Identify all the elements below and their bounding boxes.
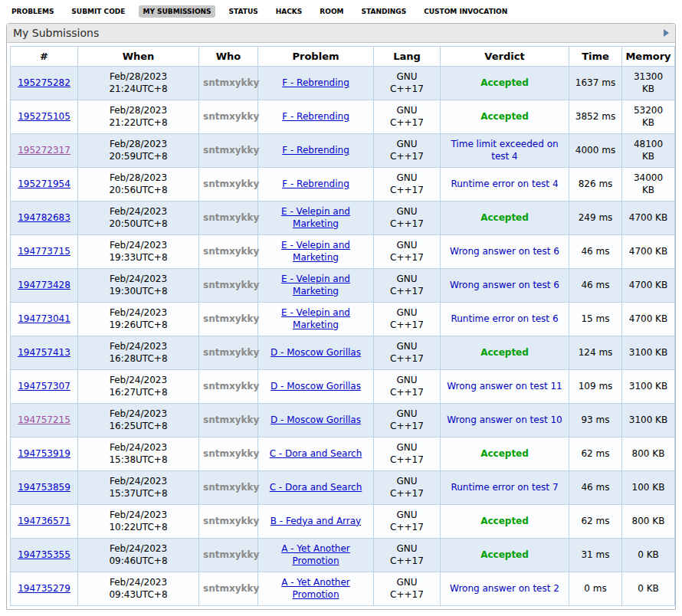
when-cell: Feb/24/2023 09:43UTC+8 [78,572,199,606]
lang-label: GNU C++17 [389,408,425,432]
table-body: 195275282 Feb/28/2023 21:24UTC+8 sntmxyk… [11,67,675,606]
submission-id-cell: 194757215 [11,404,78,437]
submission-id-cell: 195272317 [11,134,78,168]
verdict-label: Accepted [480,549,529,560]
verdict-cell: Accepted [441,202,569,235]
table-row: 194757307 Feb/24/2023 16:27UTC+8 sntmxyk… [11,370,675,404]
submission-id-link[interactable]: 195272317 [18,145,70,156]
problem-link[interactable]: D - Moscow Gorillas [271,414,361,425]
submission-id-link[interactable]: 194782683 [18,212,70,223]
nav-item-submit-code[interactable]: SUBMIT CODE [67,5,129,18]
submission-id-link[interactable]: 194773428 [18,280,70,290]
verdict-label: Wrong answer on test 11 [447,381,562,392]
submission-id-cell: 195275282 [11,67,78,100]
problem-link[interactable]: E - Velepin and Marketing [281,274,350,297]
nav-item-hacks[interactable]: HACKS [272,5,307,18]
verdict-cell: Wrong answer on test 6 [441,269,569,303]
problem-link[interactable]: F - Rebrending [282,145,349,156]
when-cell: Feb/24/2023 10:22UTC+8 [78,505,199,539]
problem-link[interactable]: D - Moscow Gorillas [271,381,361,392]
verdict-label: Accepted [480,212,529,223]
submission-id-link[interactable]: 194757215 [18,414,70,425]
verdict-label: Wrong answer on test 10 [447,414,562,425]
who-cell: sntmxykky [199,100,258,134]
submission-id-cell: 194753859 [11,471,78,505]
lang-label: GNU C++17 [389,139,425,162]
problem-cell: C - Dora and Search [258,471,374,505]
problem-link[interactable]: A - Yet Another Promotion [281,577,350,600]
memory-cell: 0 KB [622,572,675,606]
table-row: 194735355 Feb/24/2023 09:46UTC+8 sntmxyk… [11,539,675,572]
time-cell: 46 ms [569,235,622,269]
submission-id-link[interactable]: 195275282 [18,77,70,88]
submission-id-link[interactable]: 194735279 [18,583,70,594]
time-cell: 124 ms [569,336,622,370]
when-date: Feb/24/2023 [82,442,195,454]
memory-cell: 48100 KB [622,134,675,168]
nav-item-standings[interactable]: STANDINGS [358,5,411,18]
problem-link[interactable]: D - Moscow Gorillas [271,347,361,358]
submission-id-cell: 194782683 [11,202,78,235]
verdict-cell: Wrong answer on test 11 [441,370,569,404]
when-date: Feb/28/2023 [82,105,195,117]
problem-link[interactable]: E - Velepin and Marketing [281,240,350,263]
verdict-label: Accepted [480,448,529,459]
memory-cell: 34000 KB [622,168,675,202]
when-cell: Feb/24/2023 15:37UTC+8 [78,471,199,505]
problem-link[interactable]: E - Velepin and Marketing [281,307,350,330]
submission-id-link[interactable]: 195271954 [18,179,70,189]
when-cell: Feb/24/2023 09:46UTC+8 [78,539,199,572]
when-date: Feb/28/2023 [82,172,195,185]
expand-arrow-icon[interactable] [664,29,669,37]
when-date: Feb/24/2023 [82,206,195,218]
submission-id-cell: 195275105 [11,100,78,134]
table-row: 194753919 Feb/24/2023 15:38UTC+8 sntmxyk… [11,437,675,471]
submission-id-link[interactable]: 194773715 [18,246,70,257]
problem-link[interactable]: C - Dora and Search [270,482,362,493]
who-cell: sntmxykky [199,202,258,235]
problem-cell: B - Fedya and Array [258,505,374,539]
submission-id-link[interactable]: 194753859 [18,482,70,493]
nav-item-room[interactable]: ROOM [316,5,347,18]
when-cell: Feb/24/2023 19:30UTC+8 [78,269,199,303]
submission-id-link[interactable]: 194753919 [18,448,70,459]
nav-item-problems[interactable]: PROBLEMS [8,5,57,18]
submission-id-link[interactable]: 194757413 [18,347,70,358]
submission-id-cell: 194736571 [11,505,78,539]
verdict-cell: Accepted [441,67,569,100]
nav-item-custom-invocation[interactable]: CUSTOM INVOCATION [420,5,511,18]
memory-cell: 3100 KB [622,404,675,437]
lang-cell: GNU C++17 [374,269,441,303]
lang-label: GNU C++17 [389,577,425,601]
problem-link[interactable]: C - Dora and Search [270,448,362,459]
problem-cell: A - Yet Another Promotion [258,572,374,606]
memory-cell: 4700 KB [622,269,675,303]
time-cell: 46 ms [569,269,622,303]
submission-id-link[interactable]: 195275105 [18,111,70,122]
problem-link[interactable]: F - Rebrending [282,179,349,189]
submission-id-link[interactable]: 194735355 [18,549,70,560]
memory-cell: 800 KB [622,505,675,539]
when-date: Feb/24/2023 [82,408,195,421]
nav-item-status[interactable]: STATUS [225,5,262,18]
problem-link[interactable]: F - Rebrending [282,77,349,88]
who-cell: sntmxykky [199,269,258,303]
problem-link[interactable]: E - Velepin and Marketing [281,206,350,229]
problem-link[interactable]: B - Fedya and Array [271,516,361,526]
lang-cell: GNU C++17 [374,572,441,606]
nav-item-my-submissions[interactable]: MY SUBMISSIONS [139,5,215,18]
submission-id-link[interactable]: 194757307 [18,381,70,392]
lang-cell: GNU C++17 [374,505,441,539]
problem-link[interactable]: F - Rebrending [282,111,349,122]
memory-cell: 31300 KB [622,67,675,100]
who-cell: sntmxykky [199,572,258,606]
problem-link[interactable]: A - Yet Another Promotion [281,543,350,566]
submission-id-link[interactable]: 194736571 [18,516,70,526]
table-header-row: #WhenWhoProblemLangVerdictTimeMemory [11,47,675,67]
memory-cell: 3100 KB [622,336,675,370]
memory-cell: 3100 KB [622,370,675,404]
submission-id-link[interactable]: 194773041 [18,313,70,324]
lang-cell: GNU C++17 [374,303,441,336]
verdict-cell: Time limit exceeded on test 4 [441,134,569,168]
problem-cell: F - Rebrending [258,100,374,134]
